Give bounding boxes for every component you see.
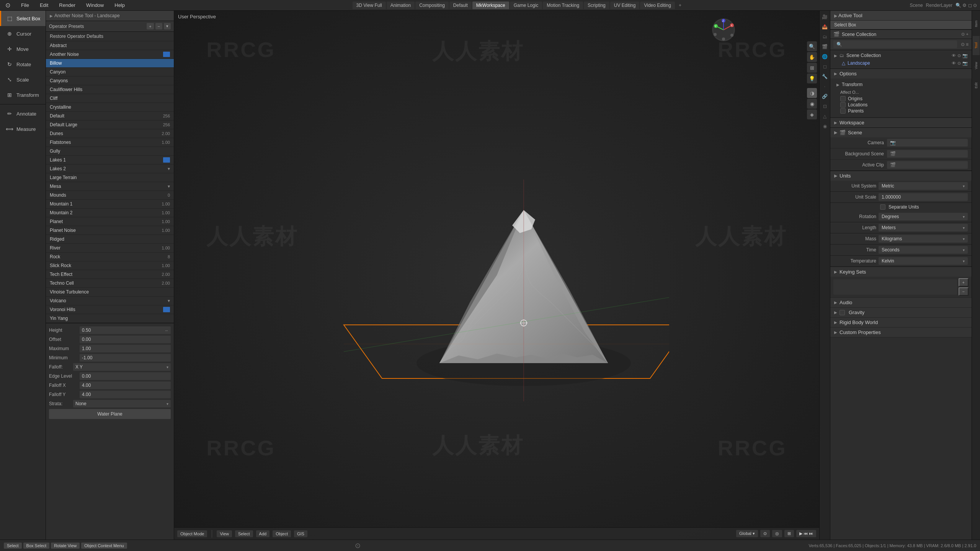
side-tab-view[interactable]: View <box>973 56 980 75</box>
separate-units-checkbox[interactable] <box>880 204 885 210</box>
background-scene-selector[interactable]: 🎬 <box>887 150 968 158</box>
ks-remove-btn[interactable]: − <box>959 287 969 296</box>
options-header[interactable]: ▶ Options <box>830 69 972 78</box>
obj-ctx-btn[interactable]: Object Context Menu <box>81 543 127 549</box>
viewport-3d[interactable]: RRCG 人人素材 RRCG 人人素材 人人素材 RRCG 人人素材 RRCG <box>174 11 819 540</box>
preset-river[interactable]: River 1.00 <box>46 244 174 253</box>
nav-gizmo[interactable]: X Y Z <box>712 18 735 41</box>
side-tab-tool[interactable]: Tool <box>973 36 980 55</box>
object-menu-btn[interactable]: Object <box>273 530 291 537</box>
preset-mounds[interactable]: Mounds 0 <box>46 191 174 200</box>
preset-rock[interactable]: Rock 8 <box>46 253 174 261</box>
tab-compositing[interactable]: Compositing <box>415 2 449 9</box>
preset-canyons[interactable]: Canyons <box>46 77 174 85</box>
tab-3d-view[interactable]: 3D View Full <box>353 2 386 9</box>
view-menu-btn[interactable]: View <box>217 530 232 537</box>
filter-icon[interactable]: ⊙ <box>961 42 965 47</box>
scene-icon[interactable]: 🎬 <box>820 42 830 51</box>
viewport-zoom-icon[interactable]: 🔍 <box>807 41 817 51</box>
tab-animation[interactable]: Animation <box>387 2 415 9</box>
tab-mkworkspace[interactable]: MkWorkspace <box>472 2 509 9</box>
strata-select[interactable]: None ▾ <box>73 400 171 408</box>
gravity-checkbox[interactable] <box>840 310 845 315</box>
particle-icon[interactable]: · <box>820 82 830 91</box>
preset-voronoi-hills[interactable]: Voronoi Hills <box>46 305 174 314</box>
timeline-btn[interactable]: ▶ ⏮ ⏭ <box>796 530 816 537</box>
add-workspace-tab[interactable]: + <box>676 2 684 9</box>
menu-edit[interactable]: Edit <box>38 2 51 9</box>
preset-ridged[interactable]: Ridged <box>46 235 174 244</box>
physics-icon[interactable]: 🔗 <box>820 92 830 101</box>
tab-motion-tracking[interactable]: Motion Tracking <box>543 2 583 9</box>
material-icon[interactable]: ◉ <box>820 122 830 131</box>
preset-planet[interactable]: Planet 1.00 <box>46 217 174 226</box>
sc-landscape-render[interactable]: 📷 <box>962 61 968 66</box>
unit-scale-input[interactable]: 1.000000 <box>879 193 968 201</box>
preset-cauliflower-hills[interactable]: Cauliflower Hills <box>46 85 174 94</box>
falloff-select[interactable]: X Y ▾ <box>73 363 171 371</box>
nav-gizmo-circle[interactable]: X Y Z <box>712 18 735 41</box>
sc-select-icon[interactable]: ⊙ <box>957 53 961 58</box>
scene-collection-add[interactable]: + <box>966 32 969 37</box>
gis-menu-btn[interactable]: GIS <box>294 530 307 537</box>
length-select[interactable]: Meters ▾ <box>879 224 968 231</box>
menu-file[interactable]: File <box>19 2 31 9</box>
preset-flatstones[interactable]: Flatstones 1.00 <box>46 138 174 147</box>
output-icon[interactable]: 📤 <box>820 22 830 31</box>
tab-uv-editing[interactable]: UV Editing <box>610 2 640 9</box>
menu-window[interactable]: Window <box>84 2 106 9</box>
preset-cliff[interactable]: Cliff <box>46 94 174 103</box>
rotate-view-btn[interactable]: Rotate View <box>51 543 80 549</box>
view-layer-icon[interactable]: 🗂 <box>820 32 830 41</box>
preset-default-large[interactable]: Default Large 256 <box>46 121 174 129</box>
preset-canyon[interactable]: Canyon <box>46 68 174 77</box>
world-icon[interactable]: 🌐 <box>820 52 830 61</box>
proportional-btn[interactable]: ◎ <box>772 530 782 537</box>
add-menu-btn[interactable]: Add <box>256 530 270 537</box>
ks-add-btn[interactable]: + <box>959 278 969 287</box>
edge-level-input[interactable]: 0.00 <box>80 372 171 380</box>
preset-mountain-1[interactable]: Mountain 1 1.00 <box>46 200 174 209</box>
tool-move[interactable]: ✛ Move <box>0 41 46 57</box>
transform-btn[interactable]: ⊞ <box>784 530 794 537</box>
tool-measure[interactable]: ⟺ Measure <box>0 121 46 137</box>
transform-header[interactable]: ▶ Transform <box>834 81 968 88</box>
sc-render-icon[interactable]: 📷 <box>962 53 968 58</box>
blender-logo[interactable]: ⊙ <box>3 1 13 10</box>
preset-mesa[interactable]: Mesa ▾ <box>46 182 174 191</box>
restore-defaults-btn[interactable]: Restore Operator Defaults <box>46 32 174 41</box>
preset-techno-cell[interactable]: Techno Cell 2.00 <box>46 279 174 288</box>
preset-abstract[interactable]: Abstract <box>46 41 174 50</box>
data-icon[interactable]: △ <box>820 112 830 121</box>
camera-selector[interactable]: 📷 <box>887 139 968 147</box>
height-input[interactable]: 0.50 ↔ <box>80 326 171 334</box>
select-menu-btn[interactable]: Select <box>235 530 253 537</box>
preset-another-noise[interactable]: Another Noise <box>46 50 174 59</box>
viewport-shading-material[interactable]: ◉ <box>807 99 817 109</box>
mass-select[interactable]: Kilograms ▾ <box>879 235 968 243</box>
tool-scale[interactable]: ⤡ Scale <box>0 72 46 87</box>
unit-system-select[interactable]: Metric ▾ <box>879 182 968 190</box>
global-btn[interactable]: Global ▾ <box>736 530 758 537</box>
rotation-select[interactable]: Degrees ▾ <box>879 213 968 220</box>
sc-landscape-select[interactable]: ⊙ <box>957 61 961 66</box>
sort-icon[interactable]: ≡ <box>966 42 969 47</box>
tool-annotate[interactable]: ✏ Annotate <box>0 106 46 121</box>
viewport[interactable]: RRCG 人人素材 RRCG 人人素材 人人素材 RRCG 人人素材 RRCG <box>174 11 819 540</box>
viewport-grid-icon[interactable]: ⊞ <box>807 63 817 73</box>
tool-cursor[interactable]: ⊕ Cursor <box>0 26 46 41</box>
preset-gully[interactable]: Gully <box>46 147 174 156</box>
tool-transform[interactable]: ⊞ Transform <box>0 87 46 103</box>
preset-default[interactable]: Default 256 <box>46 112 174 121</box>
active-clip-selector[interactable]: 🎬 <box>887 161 968 169</box>
time-select[interactable]: Seconds ▾ <box>879 246 968 254</box>
rigid-body-header[interactable]: ▶ Rigid Body World <box>830 318 972 327</box>
viewport-hand-icon[interactable]: ✋ <box>807 52 817 62</box>
preset-dunes[interactable]: Dunes 2.00 <box>46 129 174 138</box>
tab-game-logic[interactable]: Game Logic <box>510 2 542 9</box>
tab-video-editing[interactable]: Video Editing <box>640 2 675 9</box>
preset-menu-btn[interactable]: ▾ <box>164 23 171 29</box>
side-tab-item[interactable]: Item <box>973 12 980 35</box>
preset-volcano[interactable]: Volcano ▾ <box>46 297 174 305</box>
falloff-y-input[interactable]: 4.00 <box>80 391 171 398</box>
